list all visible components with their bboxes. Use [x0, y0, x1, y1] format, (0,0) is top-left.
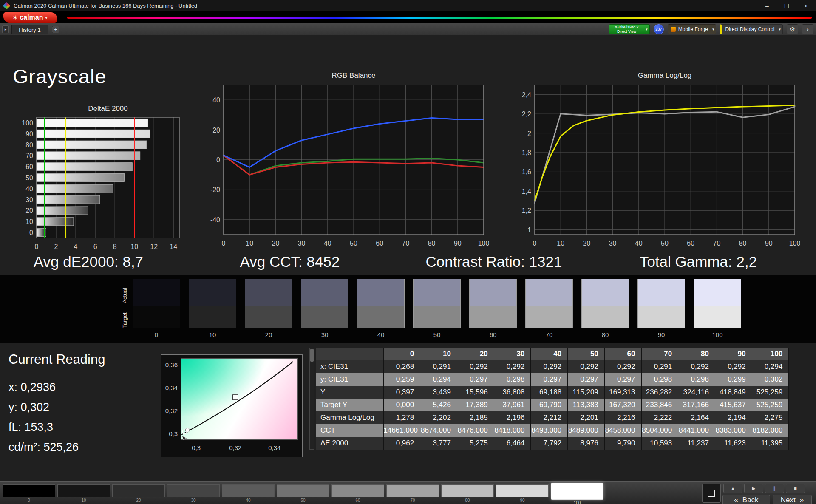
- table-cell: 2,202: [420, 411, 457, 424]
- meter-line2: Direct View: [617, 29, 636, 34]
- logo-text: calman: [20, 14, 43, 21]
- target-color: [582, 306, 629, 328]
- swatch-patch: [133, 279, 180, 328]
- svg-text:10: 10: [246, 240, 253, 247]
- patch-color[interactable]: [496, 484, 549, 497]
- stop-button[interactable]: ■: [786, 484, 805, 493]
- display-control-selector[interactable]: Direct Display Control ▾: [720, 24, 783, 34]
- patch-label: 40: [222, 498, 275, 503]
- maximize-button[interactable]: ☐: [777, 0, 796, 11]
- panel-toggle-button[interactable]: ▸: [2, 25, 9, 33]
- calman-logo-button[interactable]: ✶ calman ▾: [3, 12, 57, 23]
- svg-text:10: 10: [130, 243, 138, 250]
- pattern-patch-0[interactable]: 0: [3, 484, 55, 503]
- pause-button[interactable]: ∥: [765, 484, 784, 493]
- actual-color: [133, 279, 180, 306]
- pattern-patch-30[interactable]: 30: [167, 484, 220, 503]
- table-cell: 2,216: [604, 411, 641, 424]
- patch-color[interactable]: [3, 484, 55, 497]
- table-scrollbar[interactable]: [309, 348, 314, 450]
- play-button[interactable]: ▶: [744, 484, 763, 493]
- deltae-2000-chart: DeltaE 2000 0246810121410090807060504030…: [16, 105, 186, 253]
- table-cell: 0,294: [420, 373, 457, 386]
- target-color: [470, 306, 516, 328]
- pattern-patch-20[interactable]: 20: [112, 484, 165, 503]
- actual-color: [245, 279, 292, 306]
- deltae-bar-80: [37, 141, 147, 149]
- svg-text:50: 50: [350, 240, 357, 247]
- table-cell: 233,846: [641, 399, 678, 411]
- target-color: [301, 306, 348, 328]
- pattern-patch-100[interactable]: 100: [551, 484, 604, 504]
- pattern-patch-60[interactable]: 60: [332, 484, 384, 503]
- table-cell: 2,222: [641, 411, 678, 424]
- pattern-patch-90[interactable]: 90: [496, 484, 549, 503]
- reading-x: x: 0,2936: [8, 377, 105, 397]
- scrollbar-thumb[interactable]: [310, 349, 314, 362]
- next-button[interactable]: Next »: [773, 495, 812, 504]
- eject-button[interactable]: ▲: [723, 484, 742, 493]
- tab-history-1[interactable]: History 1: [11, 25, 48, 34]
- swatch-patch: [469, 279, 517, 328]
- meter-status-badge[interactable]: 237: [654, 24, 664, 34]
- chevron-down-icon: ▾: [644, 27, 649, 31]
- table-cell: 415,637: [715, 399, 752, 411]
- gear-icon[interactable]: ⚙: [787, 24, 798, 34]
- patch-color[interactable]: [386, 484, 439, 497]
- patch-color[interactable]: [57, 484, 110, 497]
- patch-color[interactable]: [332, 484, 384, 497]
- meter-selector[interactable]: X-Rite i1Pro 2 Direct View ▾: [609, 24, 650, 34]
- back-button[interactable]: « Back: [722, 495, 770, 504]
- meter-line1: X-Rite i1Pro 2: [615, 25, 639, 29]
- swatch-level-label: 90: [638, 331, 685, 338]
- swatch-patch: [581, 279, 629, 328]
- svg-text:100: 100: [478, 240, 489, 247]
- pattern-window-button[interactable]: [702, 484, 721, 503]
- table-cell: 0,292: [494, 360, 531, 373]
- table-cell: 0,291: [641, 360, 678, 373]
- chart-title: DeltaE 2000: [16, 105, 179, 115]
- pattern-patch-10[interactable]: 10: [57, 484, 110, 503]
- svg-text:0: 0: [533, 240, 537, 247]
- patch-color[interactable]: [277, 484, 329, 497]
- reading-cdm2: cd/m²: 525,26: [8, 437, 105, 457]
- table-cell: 236,282: [641, 386, 678, 399]
- deltae-bar-90: [37, 130, 150, 138]
- swatch-patch: [525, 279, 573, 328]
- table-row: Y0,3973,43915,59636,80869,188115,209169,…: [316, 386, 789, 399]
- grayscale-swatch-40: 40: [357, 279, 405, 338]
- svg-text:0,32: 0,32: [165, 407, 178, 414]
- svg-text:90: 90: [765, 240, 773, 247]
- pattern-patch-40[interactable]: 40: [222, 484, 275, 503]
- svg-text:1,6: 1,6: [522, 168, 531, 176]
- patch-color[interactable]: [551, 483, 604, 500]
- stat-total-gamma: Total Gamma: 2,2: [640, 253, 757, 270]
- table-cell: 0,298: [678, 373, 715, 386]
- svg-text:60: 60: [26, 163, 33, 170]
- table-row: Target Y0,0005,42617,38937,96169,790113,…: [316, 399, 789, 411]
- patch-color[interactable]: [222, 484, 275, 497]
- collapse-panel-icon[interactable]: ›: [802, 24, 813, 34]
- minimize-button[interactable]: –: [757, 0, 777, 11]
- svg-text:1,4: 1,4: [522, 188, 531, 195]
- patch-color[interactable]: [441, 484, 494, 497]
- pattern-patch-70[interactable]: 70: [386, 484, 439, 503]
- target-color: [638, 306, 685, 328]
- patch-color[interactable]: [167, 484, 220, 497]
- svg-text:0,34: 0,34: [165, 384, 178, 391]
- pattern-patch-80[interactable]: 80: [441, 484, 494, 503]
- pattern-patch-50[interactable]: 50: [277, 484, 329, 503]
- table-cell: 8493,000: [531, 424, 568, 437]
- grayscale-swatch-50: 50: [413, 279, 461, 338]
- close-button[interactable]: ×: [796, 0, 816, 11]
- grayscale-swatch-10: 10: [189, 279, 236, 338]
- add-tab-button[interactable]: +: [52, 26, 60, 33]
- table-row: CCT14661,0008674,0008476,0008418,0008493…: [316, 424, 789, 437]
- source-selector[interactable]: Mobile Forge ▾: [668, 24, 717, 34]
- table-cell: 113,383: [568, 399, 605, 411]
- rgb-balance-plot: 010203040506070809010040200-20-40: [204, 82, 489, 250]
- svg-text:10: 10: [26, 218, 33, 225]
- svg-text:70: 70: [713, 240, 721, 247]
- patch-color[interactable]: [112, 484, 165, 497]
- row-label: y: CIE31: [316, 373, 383, 386]
